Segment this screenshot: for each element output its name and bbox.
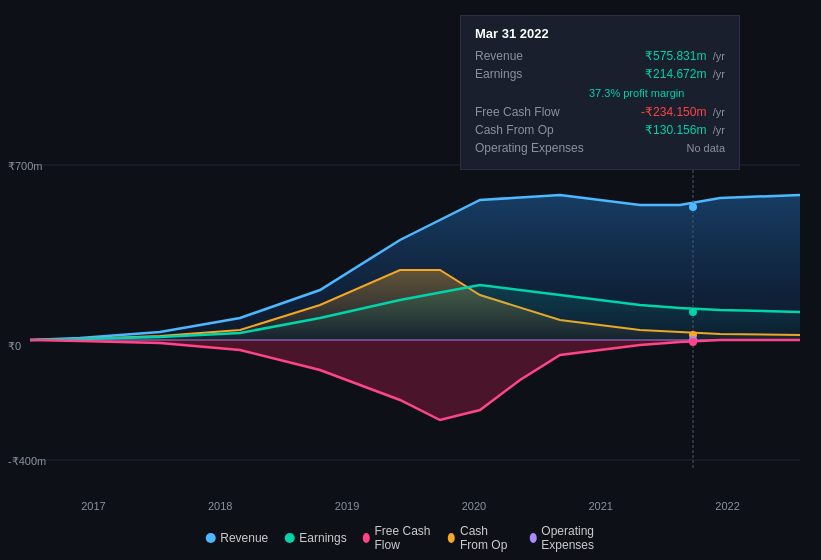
tooltip-row-fcf: Free Cash Flow -₹234.150m /yr [475, 105, 725, 119]
tooltip-suffix-fcf: /yr [713, 106, 725, 118]
legend-item-cashop[interactable]: Cash From Op [448, 524, 513, 552]
legend-label-opex: Operating Expenses [541, 524, 615, 552]
tooltip-row-cashop: Cash From Op ₹130.156m /yr [475, 123, 725, 137]
tooltip-profit-margin: 37.3% profit margin [589, 87, 684, 99]
tooltip-label-earnings: Earnings [475, 67, 585, 81]
x-label-2018: 2018 [208, 500, 232, 512]
x-axis: 2017 2018 2019 2020 2021 2022 [0, 500, 821, 512]
tooltip-suffix-earnings: /yr [713, 68, 725, 80]
legend-dot-opex [529, 533, 536, 543]
chart-container: ₹700m ₹0 -₹400m Mar 31 2022 Revenue ₹575… [0, 0, 821, 560]
tooltip-box: Mar 31 2022 Revenue ₹575.831m /yr Earnin… [460, 15, 740, 170]
legend-item-fcf[interactable]: Free Cash Flow [363, 524, 433, 552]
tooltip-date: Mar 31 2022 [475, 26, 725, 41]
legend-item-earnings[interactable]: Earnings [284, 531, 346, 545]
tooltip-label-opex: Operating Expenses [475, 141, 585, 155]
svg-point-6 [689, 308, 697, 316]
legend-label-cashop: Cash From Op [460, 524, 514, 552]
x-label-2019: 2019 [335, 500, 359, 512]
x-label-2022: 2022 [715, 500, 739, 512]
y-axis-mid: ₹0 [8, 340, 21, 353]
y-axis-bot: -₹400m [8, 455, 46, 468]
legend-label-revenue: Revenue [220, 531, 268, 545]
tooltip-row-revenue: Revenue ₹575.831m /yr [475, 49, 725, 63]
legend: Revenue Earnings Free Cash Flow Cash Fro… [205, 524, 616, 552]
x-label-2020: 2020 [462, 500, 486, 512]
legend-label-fcf: Free Cash Flow [374, 524, 432, 552]
tooltip-row-opex: Operating Expenses No data [475, 141, 725, 155]
x-label-2017: 2017 [81, 500, 105, 512]
legend-dot-cashop [448, 533, 455, 543]
legend-dot-fcf [363, 533, 370, 543]
tooltip-suffix-revenue: /yr [713, 50, 725, 62]
tooltip-label-revenue: Revenue [475, 49, 585, 63]
svg-point-9 [689, 338, 697, 346]
legend-item-revenue[interactable]: Revenue [205, 531, 268, 545]
legend-label-earnings: Earnings [299, 531, 346, 545]
svg-point-5 [689, 203, 697, 211]
tooltip-label-fcf: Free Cash Flow [475, 105, 585, 119]
y-axis-top: ₹700m [8, 160, 43, 173]
legend-dot-earnings [284, 533, 294, 543]
legend-dot-revenue [205, 533, 215, 543]
tooltip-suffix-cashop: /yr [713, 124, 725, 136]
x-label-2021: 2021 [588, 500, 612, 512]
tooltip-value-earnings: ₹214.672m [645, 67, 706, 81]
legend-item-opex[interactable]: Operating Expenses [529, 524, 615, 552]
tooltip-row-earnings: Earnings ₹214.672m /yr [475, 67, 725, 81]
tooltip-value-revenue: ₹575.831m [645, 49, 706, 63]
tooltip-value-fcf: -₹234.150m [641, 105, 706, 119]
tooltip-value-opex: No data [686, 142, 725, 154]
tooltip-value-cashop: ₹130.156m [645, 123, 706, 137]
tooltip-label-cashop: Cash From Op [475, 123, 585, 137]
